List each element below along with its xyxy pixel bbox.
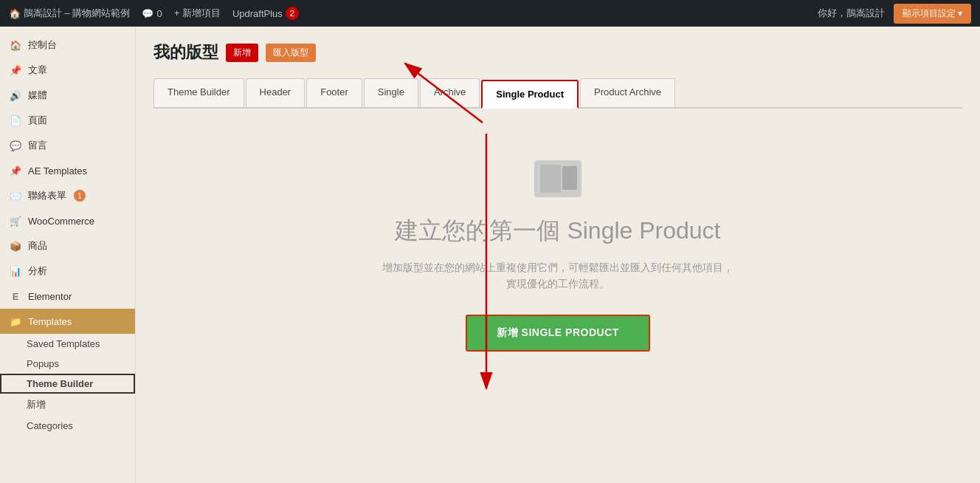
tab-archive[interactable]: Archive — [420, 78, 480, 107]
tab-product-archive[interactable]: Product Archive — [580, 78, 675, 107]
tab-single[interactable]: Single — [364, 78, 418, 107]
plugin-badge: 2 — [286, 7, 299, 20]
sidebar-item-dashboard[interactable]: 🏠 控制台 — [0, 32, 135, 58]
pages-icon: 📄 — [9, 114, 22, 127]
tab-single-product[interactable]: Single Product — [481, 80, 579, 109]
sidebar-sub-add-new[interactable]: 新增 — [0, 394, 135, 416]
sidebar-sub-saved-templates[interactable]: Saved Templates — [0, 334, 135, 354]
sidebar-item-posts[interactable]: 📌 文章 — [0, 58, 135, 83]
sub-description: 增加版型並在您的網站上重複使用它們，可輕鬆匯出並匯入到任何其他項目，實現優化的工… — [381, 259, 735, 292]
page-header: 我的版型 新增 匯入版型 — [153, 41, 962, 64]
comments-link[interactable]: 💬 0 — [142, 8, 162, 19]
posts-icon: 📌 — [9, 64, 22, 77]
main-heading: 建立您的第一個 Single Product — [395, 215, 720, 247]
sidebar-sub-popups[interactable]: Popups — [0, 354, 135, 374]
sidebar-item-analytics[interactable]: 📊 分析 — [0, 258, 135, 284]
contact-badge: 1 — [74, 190, 86, 202]
import-button[interactable]: 匯入版型 — [266, 44, 316, 62]
site-home-link[interactable]: 🏠 鵲嵩設計 – 購物網站範例 — [9, 7, 130, 20]
site-name-label: 鵲嵩設計 – 購物網站範例 — [24, 7, 130, 20]
add-button[interactable]: 新增 — [226, 44, 258, 62]
new-item-link[interactable]: + 新增項目 — [174, 7, 221, 20]
sidebar-item-ae-templates[interactable]: 📌 AE Templates — [0, 158, 135, 183]
template-illustration — [534, 160, 582, 197]
analytics-icon: 📊 — [9, 264, 22, 278]
display-settings-button[interactable]: 顯示項目設定 ▾ — [894, 4, 971, 24]
greeting-label: 你好，鵲嵩設計 — [818, 7, 885, 20]
sidebar-item-woocommerce[interactable]: 🛒 WooCommerce — [0, 208, 135, 233]
templates-icon: 📁 — [9, 315, 22, 328]
tab-header[interactable]: Header — [246, 78, 306, 107]
plugin-link[interactable]: UpdraftPlus 2 — [232, 7, 299, 20]
sidebar-item-comments[interactable]: 💬 留言 — [0, 133, 135, 158]
tabs-bar: Theme Builder Header Footer Single Archi… — [153, 78, 962, 109]
add-single-product-button[interactable]: 新增 SINGLE PRODUCT — [466, 315, 650, 352]
page-title: 我的版型 — [153, 41, 218, 64]
products-icon: 📦 — [9, 239, 22, 253]
content-area: 建立您的第一個 Single Product 增加版型並在您的網站上重複使用它們… — [153, 131, 962, 381]
sidebar-item-contact[interactable]: ✉️ 聯絡表單 1 — [0, 183, 135, 208]
contact-icon: ✉️ — [9, 189, 22, 202]
sidebar-item-templates[interactable]: 📁 Templates — [0, 309, 135, 334]
sidebar: 🏠 控制台 📌 文章 🔊 媒體 📄 頁面 💬 留言 📌 AE Templates… — [0, 27, 136, 483]
tab-theme-builder[interactable]: Theme Builder — [153, 78, 244, 107]
main-content: 我的版型 新增 匯入版型 Theme Builder Header Footer… — [136, 27, 980, 483]
admin-bar: 🏠 鵲嵩設計 – 購物網站範例 💬 0 + 新增項目 UpdraftPlus 2… — [0, 0, 980, 27]
tab-footer[interactable]: Footer — [306, 78, 362, 107]
elementor-icon: E — [9, 290, 22, 303]
media-icon: 🔊 — [9, 89, 22, 102]
sidebar-item-elementor[interactable]: E Elementor — [0, 284, 135, 309]
sidebar-item-pages[interactable]: 📄 頁面 — [0, 108, 135, 133]
sidebar-sub-theme-builder[interactable]: Theme Builder — [0, 374, 135, 394]
sidebar-item-media[interactable]: 🔊 媒體 — [0, 83, 135, 108]
ae-templates-icon: 📌 — [9, 164, 22, 177]
sidebar-sub-categories[interactable]: Categories — [0, 416, 135, 436]
comments-icon: 💬 — [9, 139, 22, 152]
dashboard-icon: 🏠 — [9, 38, 22, 52]
woocommerce-icon: 🛒 — [9, 214, 22, 227]
sidebar-item-products[interactable]: 📦 商品 — [0, 233, 135, 258]
